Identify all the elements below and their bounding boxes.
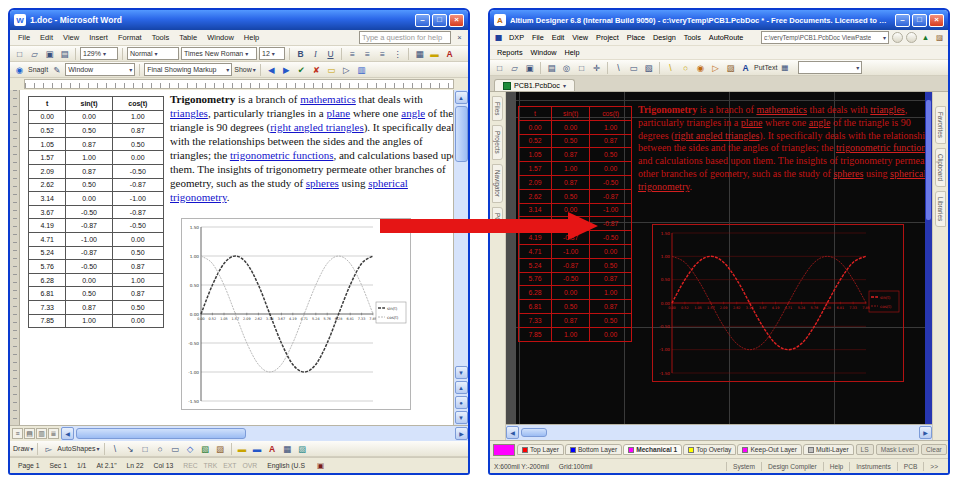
maximize-button[interactable]: □ (432, 14, 447, 27)
menu-item-file[interactable]: File (528, 32, 548, 43)
menu-item-help[interactable]: Help (561, 47, 584, 58)
open-icon[interactable]: ▱ (508, 61, 521, 74)
up-level-icon[interactable]: ▲ (920, 32, 931, 43)
picture-icon[interactable]: ▨ (214, 442, 227, 455)
scrollbar-thumb[interactable] (926, 100, 931, 220)
sflag-ext[interactable]: EXT (223, 462, 236, 469)
menu-item-window[interactable]: Window (202, 32, 239, 43)
menu-item-table[interactable]: Table (174, 32, 202, 43)
snagit-icon[interactable]: ◉ (13, 63, 26, 76)
layer-tab-multi-layer[interactable]: Multi-Layer (803, 444, 854, 455)
print-icon[interactable]: ▤ (545, 61, 558, 74)
zoom-icon[interactable]: ◎ (560, 61, 573, 74)
copy-icon[interactable]: ▭ (627, 61, 640, 74)
menu-item-edit[interactable]: Edit (35, 32, 58, 43)
open-icon[interactable]: ▱ (28, 47, 41, 60)
previous-change-icon[interactable]: ◀ (265, 63, 278, 76)
apanel-system[interactable]: System (726, 462, 761, 471)
forward-button[interactable] (906, 32, 917, 43)
zoom-combo[interactable]: 129% ▾ (80, 47, 118, 60)
menu-item-dxp[interactable]: DXP (505, 32, 528, 43)
hyperlink[interactable]: triangles (870, 104, 904, 115)
menu-item-format[interactable]: Format (113, 32, 147, 43)
fill-color-icon[interactable]: ▬ (236, 442, 249, 455)
paste-icon[interactable]: ▧ (642, 61, 655, 74)
place-fill-icon[interactable]: ▨ (724, 61, 737, 74)
line-icon[interactable]: \ (109, 442, 122, 455)
maximize-button[interactable]: □ (912, 14, 927, 27)
menu-item-project[interactable]: Project (592, 32, 623, 43)
apanel-instruments[interactable]: Instruments (849, 462, 896, 471)
layer-tab-keep-out-layer[interactable]: Keep-Out Layer (737, 444, 802, 455)
web-layout-view-icon[interactable]: ▤ (24, 428, 35, 439)
scroll-left-icon[interactable]: ◀ (61, 427, 74, 440)
menu-item-design[interactable]: Design (649, 32, 680, 43)
display-for-review-combo[interactable]: Final Showing Markup ▾ (144, 63, 232, 76)
canvas-vertical-scrollbar[interactable] (925, 92, 932, 424)
layer-tab-top-overlay[interactable]: Top Overlay (683, 444, 736, 455)
vtab-clipboard[interactable]: Clipboard (935, 148, 946, 187)
place-line-icon[interactable]: \ (664, 61, 677, 74)
menu-item-place[interactable]: Place (623, 32, 649, 43)
hyperlink[interactable]: spheres (306, 177, 339, 189)
menu-item-view[interactable]: View (58, 32, 84, 43)
threed-style-icon[interactable]: ▨ (296, 442, 309, 455)
italic-button[interactable]: I (309, 47, 322, 60)
menu-item-insert[interactable]: Insert (84, 32, 113, 43)
font-combo[interactable]: Times New Roman ▾ (181, 47, 257, 60)
layer-tab-top-layer[interactable]: Top Layer (517, 444, 564, 455)
font-color-icon[interactable]: A (266, 442, 279, 455)
scroll-up-icon[interactable]: ▲ (455, 91, 468, 104)
accept-change-icon[interactable]: ✔ (295, 63, 308, 76)
hyperlink[interactable]: plane (741, 117, 763, 128)
new-document-icon[interactable]: □ (13, 47, 26, 60)
dxp-icon[interactable]: ▦ (493, 32, 504, 43)
save-icon[interactable]: ▣ (43, 47, 56, 60)
vertical-scrollbar[interactable]: ▲ ▼ ▲ ● ▼ (453, 90, 468, 425)
apanel-help[interactable]: Help (823, 462, 850, 471)
apanel-design-compiler[interactable]: Design Compiler (761, 462, 823, 471)
puttext-settings-icon[interactable]: ▦ (779, 62, 790, 73)
empty-combo[interactable]: ▾ (798, 61, 862, 74)
close-button[interactable]: × (449, 14, 464, 27)
vtab-favorites[interactable]: Favorites (935, 106, 946, 144)
next-change-icon[interactable]: ▶ (280, 63, 293, 76)
pen-icon[interactable]: ✎ (50, 63, 63, 76)
menu-item-reports[interactable]: Reports (493, 47, 527, 58)
rectangle-icon[interactable]: □ (139, 442, 152, 455)
autoshapes-menu[interactable]: AutoShapes ▾ (57, 445, 99, 452)
hyperlink[interactable]: trigonometric functions (230, 149, 334, 161)
hyperlink[interactable]: right angled triangles (270, 121, 363, 133)
place-arc-icon[interactable]: ▷ (709, 61, 722, 74)
menu-item-edit[interactable]: Edit (548, 32, 569, 43)
help-question-box[interactable]: Type a question for help (359, 31, 451, 44)
back-button[interactable] (892, 32, 903, 43)
browse-previous-icon[interactable]: ▲ (455, 381, 468, 394)
vtab-files[interactable]: Files (492, 96, 503, 121)
layer-tab-bottom-layer[interactable]: Bottom Layer (565, 444, 622, 455)
hyperlink[interactable]: mathematics (756, 104, 807, 115)
diagram-icon[interactable]: ◇ (184, 442, 197, 455)
pcb-document-tab[interactable]: PCB1.PcbDoc ▾ (494, 79, 575, 91)
canvas-horizontal-scrollbar[interactable]: ◀ ▶ (506, 424, 932, 440)
horizontal-scrollbar[interactable]: ≡ ▤ ▥ ≣ ◀ ▶ (10, 425, 468, 441)
highlight-icon[interactable]: ▬ (428, 47, 441, 60)
lbtn-mask-level[interactable]: Mask Level (876, 444, 919, 455)
vtab-libraries[interactable]: Libraries (935, 191, 946, 227)
minimize-button[interactable]: – (895, 14, 910, 27)
menubar-close-icon[interactable]: × (454, 32, 465, 43)
scroll-left-icon[interactable]: ◀ (506, 426, 519, 439)
sflag-ovr[interactable]: OVR (242, 462, 257, 469)
apanel-pcb[interactable]: PCB (897, 462, 924, 471)
hyperlink[interactable]: trigonometric functions (836, 142, 930, 153)
pcb-canvas[interactable]: tsin(t)cos(t)0.000.001.000.520.500.871.0… (506, 92, 932, 424)
select-objects-icon[interactable]: ▻ (42, 442, 55, 455)
arrow-icon[interactable]: ↘ (124, 442, 137, 455)
reject-change-icon[interactable]: ✘ (310, 63, 323, 76)
outline-view-icon[interactable]: ≣ (48, 428, 59, 439)
align-right-icon[interactable]: ≡ (376, 47, 389, 60)
style-combo[interactable]: Normal ▾ (127, 47, 179, 60)
altium-titlebar[interactable]: A Altium Designer 6.8 (Internal Build 90… (490, 10, 948, 30)
hyperlink[interactable]: plane (326, 107, 350, 119)
normal-view-icon[interactable]: ≡ (12, 428, 23, 439)
